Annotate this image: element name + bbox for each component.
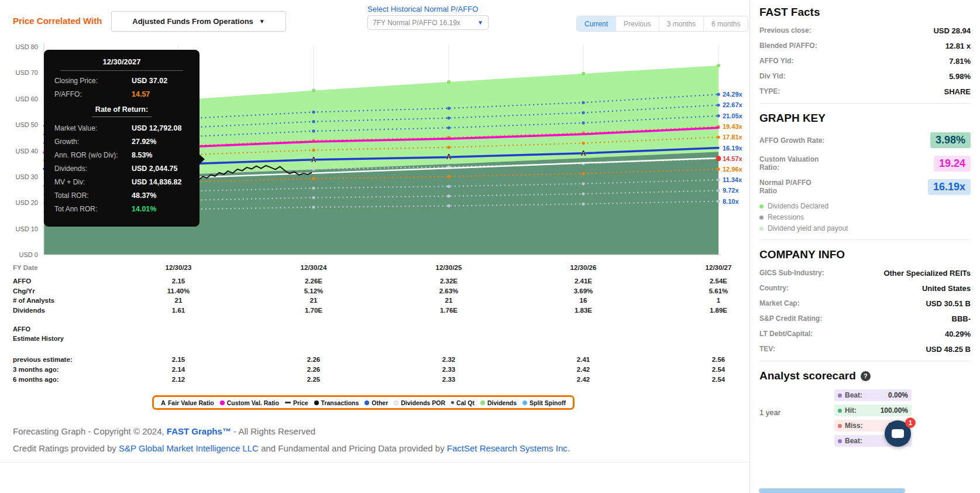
- cell: 2.56: [683, 356, 754, 363]
- sidebar-scrollbar[interactable]: [759, 488, 905, 493]
- legend-dot-icon: [522, 400, 527, 405]
- table-row: 6 months ago:2.122.252.332.422.54: [0, 376, 749, 385]
- sp-global-link[interactable]: S&P Global Market Intelligence LLC: [119, 443, 259, 453]
- legend-dot-icon: [394, 400, 398, 405]
- row-label: 6 months ago:: [13, 376, 59, 383]
- fast-facts-rows: Previous close:USD 28.94Blended P/AFFO:1…: [759, 26, 971, 96]
- tooltip-row: MV + Div:USD 14,836.82: [54, 178, 189, 186]
- company-info-row: TEV:USD 48.25 B: [759, 345, 971, 354]
- tooltip-row-value: USD 37.02: [132, 77, 167, 85]
- legend-item: Price: [285, 399, 308, 406]
- legend-item-label: Price: [293, 399, 308, 406]
- cell: 2.32: [414, 356, 484, 363]
- tooltip-row-value: USD 2,044.75: [132, 165, 178, 173]
- fact-label: Blended P/AFFO:: [759, 42, 817, 50]
- legend-dot-icon: [314, 400, 319, 405]
- scorecard-value: 100.00%: [881, 406, 908, 415]
- legend-item-label: Other: [372, 399, 388, 406]
- bullet-label: Dividends Declared: [768, 202, 828, 210]
- analyst-scorecard-title: Analyst scorecard: [759, 369, 856, 382]
- info-value: 40.29%: [945, 330, 971, 338]
- company-info-rows: GICS Sub-Industry:Other Specialized REIT…: [759, 269, 971, 354]
- tooltip-row-label: Growth:: [54, 138, 132, 146]
- legend-item: Dividends: [480, 399, 517, 406]
- cell: 12/30/27: [683, 264, 754, 271]
- row-label: # of Analysts: [13, 297, 54, 304]
- row-label: Dividends: [13, 307, 45, 314]
- tooltip-row-label: Tot Ann ROR:: [54, 205, 132, 213]
- cell: 2.26: [278, 366, 349, 373]
- row-label: previous estimate:: [13, 356, 73, 363]
- legend-item: Custom Val. Ratio: [220, 399, 279, 406]
- cell: 2.15: [143, 278, 214, 285]
- legend-dot-icon: [220, 400, 225, 405]
- graph-key-bullet: Recessions: [759, 213, 971, 221]
- divider: [759, 103, 971, 104]
- table-row: AFFO2.152.26E2.32E2.41E2.54E: [0, 278, 749, 287]
- row-label: Chg/Yr: [13, 287, 35, 295]
- fast-graphs-link[interactable]: FAST Graphs™: [167, 426, 231, 436]
- divider: [759, 361, 971, 361]
- normal-paffo-ratio-row: Normal P/AFFO Ratio 16.19x: [759, 179, 971, 195]
- graph-key-bullet: Dividends Declared: [759, 202, 971, 210]
- scorecard-value: 0.00%: [888, 391, 908, 399]
- analyst-scorecard: 1 year Beat:0.00%Hit:100.00%Miss:0.00%Be…: [759, 389, 971, 450]
- graph-key-bullets: Dividends DeclaredRecessionsDividend yie…: [759, 202, 971, 232]
- tooltip-row-value: 8.53%: [132, 151, 152, 159]
- tooltip-section-title: Rate of Return:: [92, 105, 152, 117]
- fair-value-marker-icon: A: [161, 399, 166, 406]
- scorecard-dot-icon: [838, 409, 842, 413]
- fact-value: 12.81 x: [945, 42, 971, 50]
- cell: 1.89E: [683, 307, 754, 314]
- factset-link[interactable]: FactSet Research Systems Inc.: [447, 443, 570, 453]
- cell: 1.83E: [548, 307, 618, 314]
- tooltip-row: Ann. ROR (w/o Div):8.53%: [54, 151, 189, 159]
- cell: 2.14: [143, 366, 214, 373]
- tooltip-row-label: Dividends:: [54, 165, 132, 173]
- tooltip-date: 12/30/2027: [60, 57, 183, 71]
- tooltip-price-rows: Closing Price:USD 37.02P/AFFO:14.57: [54, 77, 189, 98]
- tooltip-row-label: MV + Div:: [54, 178, 132, 186]
- scorecard-label: Miss:: [845, 422, 863, 430]
- custom-valuation-ratio-value[interactable]: 19.24: [934, 156, 971, 172]
- legend-dot-icon: [365, 400, 369, 405]
- tooltip-row: Dividends:USD 2,044.75: [54, 165, 189, 173]
- normal-paffo-ratio-value[interactable]: 16.19x: [928, 179, 971, 195]
- cell: 1: [683, 297, 754, 304]
- fact-label: Div Yld:: [759, 72, 785, 81]
- cell: 2.12: [143, 376, 214, 383]
- tooltip-row-label: Market Value:: [54, 124, 132, 132]
- fact-value: 7.81%: [949, 57, 971, 66]
- info-value: United States: [922, 284, 971, 293]
- info-value: USD 30.51 B: [926, 299, 971, 308]
- fact-value: USD 28.94: [933, 26, 971, 35]
- legend-item: Transactions: [314, 399, 359, 406]
- company-info-row: Country:United States: [759, 284, 971, 293]
- fact-value: SHARE: [944, 87, 971, 96]
- sidebar: FAST Facts Previous close:USD 28.94Blend…: [749, 0, 980, 493]
- tooltip-row: Total ROR:48.37%: [54, 191, 189, 200]
- legend-item: Other: [365, 399, 388, 406]
- footer-text: Credit Ratings provided by: [13, 443, 119, 453]
- divider: [759, 239, 971, 240]
- footer-text: - All Rights Reserved: [231, 426, 315, 436]
- cell: 12/30/25: [414, 264, 484, 271]
- bullet-dot-icon: [759, 227, 764, 231]
- tooltip-row-label: Closing Price:: [54, 77, 132, 85]
- bullet-label: Dividend yield and payout: [768, 224, 848, 232]
- fast-facts-title: FAST Facts: [759, 6, 971, 19]
- cell: 2.42: [548, 366, 618, 373]
- footer-line1: Forecasting Graph - Copyright © 2024, FA…: [13, 426, 315, 436]
- history-title-line1: AFFO: [13, 326, 30, 333]
- fast-facts-row: AFFO Yld:7.81%: [759, 57, 971, 66]
- row-label: 3 months ago:: [13, 366, 59, 373]
- tooltip-row-label: Total ROR:: [54, 191, 132, 200]
- tooltip-row-value: 48.37%: [132, 191, 156, 200]
- info-label: TEV:: [759, 345, 775, 354]
- cell: 11.40%: [143, 287, 214, 295]
- cell: 1.76E: [414, 307, 484, 314]
- help-icon[interactable]: ?: [861, 371, 871, 381]
- cell: 2.63%: [414, 287, 484, 295]
- tooltip-row-value: 27.92%: [132, 138, 156, 146]
- cell: 2.41: [548, 356, 618, 363]
